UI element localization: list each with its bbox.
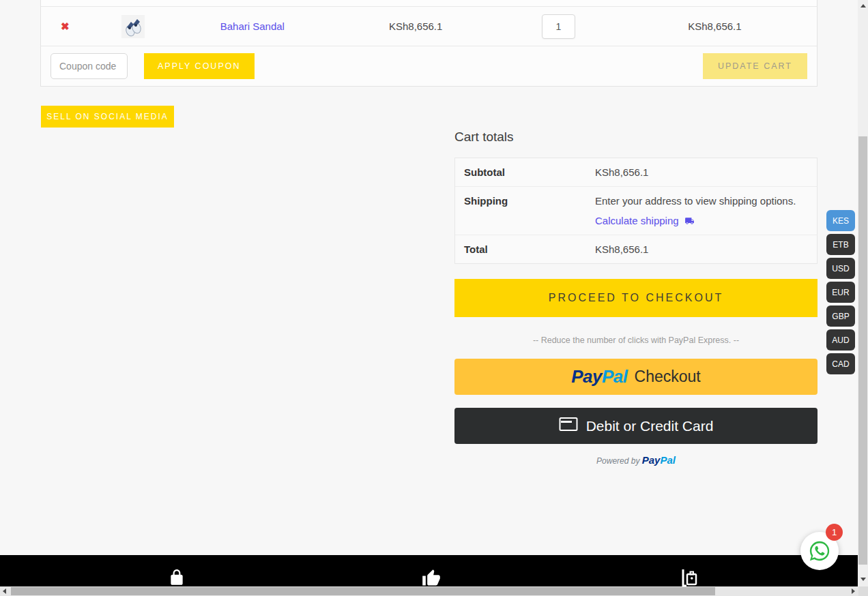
debit-credit-card-button[interactable]: Debit or Credit Card: [454, 408, 818, 444]
whatsapp-chat-button[interactable]: 1: [800, 532, 839, 570]
remove-item-icon[interactable]: ✖: [61, 21, 70, 31]
subtotal-label: Subtotal: [455, 158, 595, 186]
currency-button-eur[interactable]: EUR: [826, 282, 855, 303]
scroll-down-arrow-icon[interactable]: [860, 578, 866, 581]
paypal-checkout-button[interactable]: PayPal Checkout: [454, 359, 818, 395]
proceed-to-checkout-button[interactable]: PROCEED TO CHECKOUT: [454, 279, 818, 317]
calculate-shipping-label: Calculate shipping: [595, 215, 679, 226]
scroll-up-arrow-icon[interactable]: [860, 4, 866, 8]
currency-button-etb[interactable]: ETB: [826, 234, 855, 255]
sandal-product-image: [121, 15, 145, 38]
cart-table-clipped-row: [41, 0, 817, 7]
paypal-express-note: -- Reduce the number of clicks with PayP…: [454, 336, 818, 345]
vertical-scrollbar[interactable]: [858, 0, 868, 586]
cart-totals-table: Subtotal KSh8,656.1 Shipping Enter your …: [454, 158, 818, 264]
subtotal-row: Subtotal KSh8,656.1: [455, 158, 817, 187]
shipping-label: Shipping: [455, 187, 595, 235]
credit-card-icon: [559, 417, 578, 435]
total-label: Total: [455, 235, 595, 263]
thumbs-up-icon[interactable]: [422, 569, 441, 588]
lock-icon[interactable]: [168, 569, 186, 586]
paypal-checkout-label: Checkout: [635, 368, 701, 386]
total-row: Total KSh8,656.1: [455, 235, 817, 263]
vertical-scrollbar-thumb[interactable]: [858, 136, 867, 565]
product-thumbnail[interactable]: [121, 15, 145, 38]
scroll-right-arrow-icon[interactable]: [852, 588, 855, 594]
apply-coupon-button[interactable]: APPLY COUPON: [144, 53, 255, 79]
total-value: KSh8,656.1: [595, 235, 817, 263]
horizontal-scrollbar[interactable]: [0, 586, 858, 596]
update-cart-button[interactable]: UPDATE CART: [703, 53, 807, 79]
horizontal-scrollbar-thumb[interactable]: [11, 587, 715, 595]
sell-on-social-media-button[interactable]: SELL ON SOCIAL MEDIA: [41, 106, 174, 128]
cart-item-row: ✖ Bahari Sandal KSh8,656.1: [41, 7, 817, 46]
luggage-trolley-icon[interactable]: [678, 569, 699, 588]
currency-switcher: KES ETB USD EUR GBP AUD CAD: [826, 210, 855, 374]
paypal-logo: PayPal: [571, 366, 627, 387]
product-subtotal: KSh8,656.1: [688, 20, 741, 32]
subtotal-value: KSh8,656.1: [595, 158, 817, 186]
powered-by-label: Powered by: [596, 456, 639, 466]
currency-button-gbp[interactable]: GBP: [826, 306, 855, 327]
whatsapp-unread-badge: 1: [826, 524, 843, 541]
currency-button-kes[interactable]: KES: [826, 210, 855, 231]
debit-credit-card-label: Debit or Credit Card: [586, 418, 714, 434]
paypal-logo-small: PayPal: [642, 454, 676, 466]
currency-button-cad[interactable]: CAD: [826, 353, 855, 374]
shipping-note: Enter your address to view shipping opti…: [595, 195, 810, 207]
scroll-left-arrow-icon[interactable]: [3, 588, 6, 594]
powered-by-paypal: Powered by PayPal: [454, 454, 818, 466]
calculate-shipping-link[interactable]: Calculate shipping: [595, 215, 695, 226]
coupon-code-input[interactable]: [50, 53, 128, 79]
cart-totals-title: Cart totals: [454, 130, 514, 145]
whatsapp-icon: [808, 539, 831, 563]
cart-actions-row: APPLY COUPON UPDATE CART: [41, 46, 817, 86]
shipping-truck-icon: [684, 216, 695, 226]
shipping-row: Shipping Enter your address to view ship…: [455, 187, 817, 235]
scrollbar-corner: [858, 586, 868, 596]
currency-button-aud[interactable]: AUD: [826, 329, 855, 351]
footer-bar: [0, 555, 858, 586]
product-price: KSh8,656.1: [389, 20, 442, 32]
quantity-input[interactable]: [542, 14, 575, 39]
product-name-link[interactable]: Bahari Sandal: [220, 20, 285, 32]
cart-table: ✖ Bahari Sandal KSh8,656.1: [40, 0, 818, 87]
currency-button-usd[interactable]: USD: [826, 258, 855, 279]
